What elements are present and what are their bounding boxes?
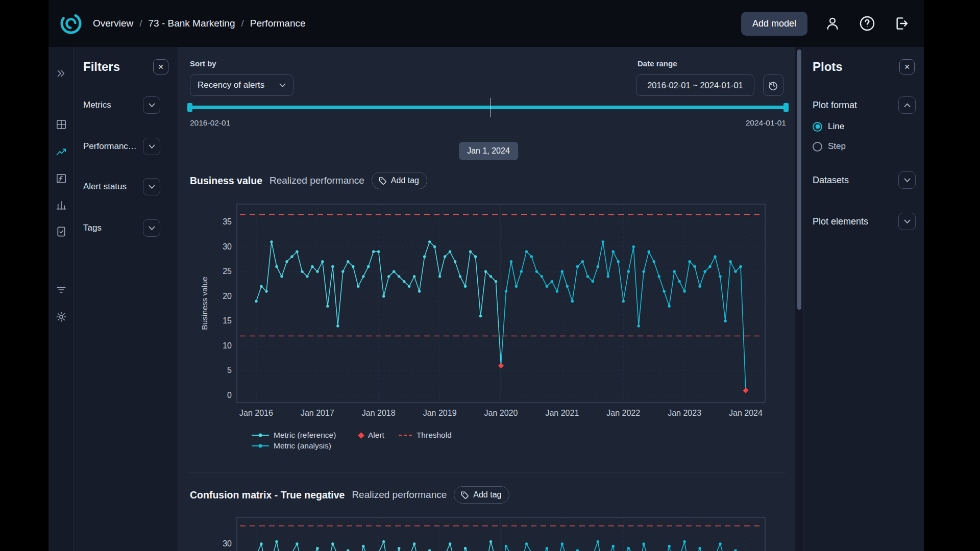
- legend-item-threshold: Threshold: [399, 431, 452, 440]
- breadcrumb-separator: /: [139, 18, 142, 29]
- legend-label: Threshold: [416, 431, 452, 440]
- chevron-down-icon: [149, 226, 155, 231]
- breadcrumb-performance[interactable]: Performance: [250, 18, 306, 29]
- legend-label: Metric (analysis): [274, 441, 331, 450]
- logout-button[interactable]: [892, 14, 912, 33]
- analysis-line-swatch: [252, 445, 269, 446]
- svg-text:35: 35: [223, 217, 232, 226]
- section-divider: [188, 472, 786, 472]
- sort-by-label: Sort by: [190, 59, 216, 68]
- chevron-down-icon: [279, 83, 286, 88]
- nav-reports-view[interactable]: [54, 225, 68, 239]
- svg-text:Jan 2016: Jan 2016: [239, 409, 273, 417]
- add-tag-button[interactable]: Add tag: [454, 486, 509, 504]
- add-tag-button[interactable]: Add tag: [372, 172, 427, 189]
- user-account-button[interactable]: [823, 14, 842, 33]
- breadcrumb: Overview / 73 - Bank Marketing / Perform…: [93, 18, 306, 29]
- legend-label: Metric (reference): [274, 431, 336, 440]
- help-icon: [859, 15, 876, 32]
- slider-handle-end[interactable]: [783, 103, 789, 112]
- reference-line-swatch: [252, 435, 269, 436]
- filter-label-performance: Performanc…: [83, 141, 137, 152]
- performance-expand-button[interactable]: [143, 138, 160, 155]
- expand-sidebar-button[interactable]: [55, 67, 68, 80]
- date-range-value: 2016-02-01 ~ 2024-01-01: [647, 81, 743, 90]
- chevron-down-icon: [149, 144, 155, 149]
- section-title: Confusion matrix - True negative: [190, 489, 345, 501]
- section-header-confusion-matrix: Confusion matrix - True negative Realize…: [190, 486, 509, 504]
- filter-row-tags: Tags: [83, 219, 160, 237]
- plots-title: Plots: [813, 60, 843, 74]
- datasets-row: Datasets: [813, 171, 916, 189]
- confusion-matrix-chart: 30: [190, 516, 782, 551]
- svg-text:20: 20: [223, 292, 232, 300]
- chart-legend: Metric (reference) Alert Threshold: [252, 431, 452, 450]
- add-tag-label: Add tag: [473, 490, 501, 499]
- filter-label-tags: Tags: [83, 223, 102, 233]
- svg-text:10: 10: [223, 341, 232, 350]
- slider-start-label: 2016-02-01: [190, 118, 230, 128]
- filters-close-button[interactable]: ✕: [153, 59, 168, 74]
- business-value-chart: 05101520253035Jan 2016Jan 2017Jan 2018Ja…: [190, 203, 782, 431]
- gear-icon: [55, 311, 67, 323]
- filter-row-alert-status: Alert status: [83, 178, 160, 195]
- add-tag-label: Add tag: [391, 176, 419, 185]
- double-chevron-right-icon: [56, 68, 67, 79]
- filter-label-metrics: Metrics: [83, 100, 111, 110]
- section-header-business-value: Business value Realized performance Add …: [190, 171, 427, 190]
- add-model-button[interactable]: Add model: [741, 12, 807, 36]
- svg-text:30: 30: [223, 539, 232, 548]
- plot-format-collapse-button[interactable]: [898, 96, 916, 114]
- date-range-reset-button[interactable]: [763, 74, 783, 96]
- slider-cursor[interactable]: [491, 98, 491, 117]
- main-content: Sort by Recency of alerts Date range 201…: [178, 47, 795, 551]
- date-range-input[interactable]: 2016-02-01 ~ 2024-01-01: [636, 74, 754, 96]
- nav-settings[interactable]: [54, 310, 68, 324]
- logout-icon: [894, 15, 910, 32]
- app-window: Overview / 73 - Bank Marketing / Perform…: [48, 0, 924, 551]
- section-title: Business value: [190, 175, 262, 187]
- help-button[interactable]: [857, 14, 877, 33]
- breadcrumb-model[interactable]: 73 - Bank Marketing: [148, 18, 235, 29]
- section-subtitle: Realized performance: [352, 489, 447, 500]
- plots-panel: Plots ✕ Plot format Line Step Datasets: [803, 47, 924, 551]
- slider-handle-start[interactable]: [187, 103, 192, 112]
- nav-function-view[interactable]: [54, 172, 68, 186]
- bar-chart-icon: [55, 199, 67, 211]
- tags-expand-button[interactable]: [143, 219, 160, 237]
- vertical-scrollbar[interactable]: [795, 47, 803, 551]
- history-clock-icon: [768, 80, 779, 91]
- nav-distribution-view[interactable]: [54, 198, 68, 212]
- nav-table-view[interactable]: [54, 118, 68, 132]
- svg-text:Jan 2019: Jan 2019: [423, 409, 457, 417]
- breadcrumb-overview[interactable]: Overview: [93, 18, 133, 29]
- nav-performance-view[interactable]: [54, 145, 68, 159]
- scrollbar-thumb[interactable]: [797, 49, 801, 310]
- date-range-slider-track[interactable]: [190, 106, 786, 109]
- sort-by-dropdown[interactable]: Recency of alerts: [190, 74, 293, 96]
- brand-logo-icon[interactable]: [59, 12, 83, 35]
- plot-elements-row: Plot elements: [813, 213, 916, 230]
- alert-diamond-swatch: [358, 432, 364, 439]
- plot-format-option-line[interactable]: Line: [813, 120, 844, 133]
- plot-format-label: Plot format: [813, 100, 857, 111]
- alert-status-expand-button[interactable]: [143, 178, 160, 195]
- metrics-expand-button[interactable]: [143, 96, 160, 114]
- section-subtitle: Realized performance: [270, 175, 364, 186]
- filter-lines-icon: [55, 284, 67, 296]
- radio-selected-icon: [813, 122, 822, 132]
- breadcrumb-separator: /: [241, 18, 244, 29]
- filters-panel: Filters ✕ Metrics Performanc… Alert stat…: [74, 47, 178, 551]
- chevron-down-icon: [149, 185, 155, 189]
- svg-text:Jan 2017: Jan 2017: [301, 409, 334, 417]
- plot-format-option-step[interactable]: Step: [813, 140, 846, 153]
- date-range-label: Date range: [638, 59, 677, 68]
- date-cursor-tooltip: Jan 1, 2024: [459, 142, 518, 160]
- datasets-expand-button[interactable]: [898, 171, 916, 189]
- svg-text:Jan 2020: Jan 2020: [484, 409, 518, 417]
- svg-text:Jan 2023: Jan 2023: [668, 409, 701, 417]
- svg-text:Jan 2021: Jan 2021: [545, 409, 579, 417]
- plots-close-button[interactable]: ✕: [899, 59, 915, 74]
- nav-filter-settings[interactable]: [54, 283, 68, 297]
- plot-elements-expand-button[interactable]: [898, 213, 916, 230]
